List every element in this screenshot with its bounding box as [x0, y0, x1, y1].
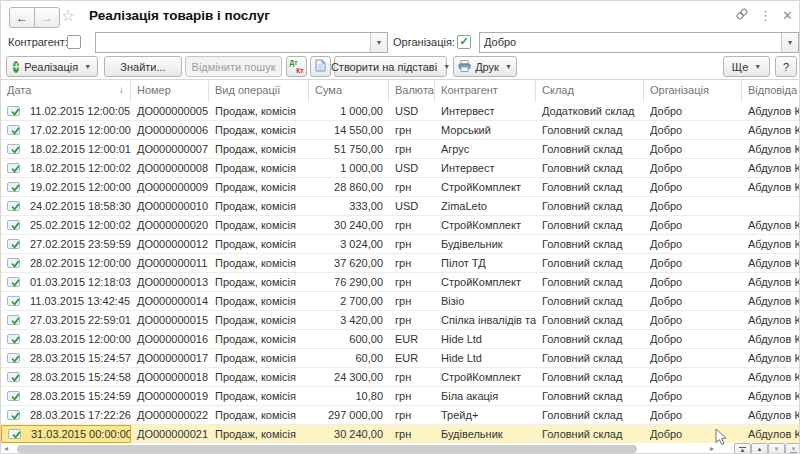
table-row[interactable]: 18.02.2015 12:00:01ДО000000007Продаж, ко… [1, 140, 800, 159]
cell-counterparty: СтройКомплект [435, 273, 536, 291]
scroll-down-button[interactable]: ▼ [768, 443, 785, 454]
cell-organization: Добро [644, 102, 742, 120]
cell-warehouse: Головний склад [536, 159, 644, 177]
cell-organization: Добро [644, 349, 742, 367]
toolbar: + Реалізація ▼ Знайти... Відмінити пошук… [1, 54, 800, 79]
go-to-top-button[interactable]: ▲ [734, 443, 751, 454]
more-actions-caret-icon[interactable]: ▼ [754, 63, 761, 70]
filter-bar: Контрагент: ▾ Організація: ✓ Добро ▾ [1, 31, 800, 54]
window-menu-icon[interactable]: ⋮ [759, 9, 772, 23]
organization-filter-value[interactable]: Добро [480, 33, 781, 52]
favorite-star-icon[interactable]: ☆ [61, 6, 75, 25]
organization-filter-label: Організація: [393, 36, 455, 48]
cell-operation: Продаж, комісія [209, 254, 309, 272]
column-header-operation[interactable]: Вид операції [209, 80, 309, 102]
link-icon[interactable] [735, 7, 749, 25]
cell-warehouse: Головний склад [536, 197, 644, 215]
table-row[interactable]: 31.03.2015 00:00:00ДО000000021Продаж, ко… [1, 425, 800, 443]
title-bar: ← → ☆ Реалізація товарів і послуг ⋮ ✕ [1, 1, 800, 31]
cell-warehouse: Головний склад [536, 368, 644, 386]
cell-operation: Продаж, комісія [209, 159, 309, 177]
back-button[interactable]: ← [9, 7, 35, 28]
column-header-counterparty[interactable]: Контрагент [435, 80, 536, 102]
table-row[interactable]: 11.03.2015 13:42:45ДО000000014Продаж, ко… [1, 292, 800, 311]
table-row[interactable]: 17.02.2015 12:00:00ДО000000006Продаж, ко… [1, 121, 800, 140]
cell-responsible: Абдулов К [742, 292, 800, 310]
cell-currency: грн [389, 406, 435, 424]
print-button[interactable]: Друк ▼ [453, 56, 517, 77]
counterparty-filter-checkbox[interactable] [67, 35, 81, 49]
horizontal-scrollbar[interactable] [14, 445, 708, 453]
cell-sum: 1 000,00 [309, 159, 389, 177]
new-document-caret-icon[interactable]: ▼ [84, 63, 91, 70]
find-button[interactable]: Знайти... [104, 56, 182, 77]
cell-sum: 51 750,00 [309, 140, 389, 158]
dtkt-icon: Дт Кт [290, 60, 304, 74]
forward-button[interactable]: → [34, 7, 60, 28]
cell-responsible: Абдулов К [742, 178, 800, 196]
hscroll-left-arrow[interactable]: ◂ [4, 445, 8, 453]
cell-number: ДО000000015 [131, 311, 209, 329]
create-based-on-caret-icon[interactable]: ▼ [443, 63, 450, 70]
cell-sum: 1 000,00 [309, 102, 389, 120]
posted-document-icon [7, 334, 25, 345]
counterparty-filter-input[interactable]: ▾ [95, 32, 388, 53]
cell-sum: 14 550,00 [309, 121, 389, 139]
cell-warehouse: Головний склад [536, 216, 644, 234]
cancel-search-button[interactable]: Відмінити пошук [185, 56, 282, 77]
cell-sum: 76 290,00 [309, 273, 389, 291]
organization-dropdown-icon[interactable]: ▾ [781, 33, 798, 52]
table-row[interactable]: 28.03.2015 12:00:00ДО000000016Продаж, ко… [1, 330, 800, 349]
cell-responsible: Абдулов К [742, 216, 800, 234]
cell-warehouse: Головний склад [536, 121, 644, 139]
column-header-organization[interactable]: Організація [644, 80, 742, 102]
new-document-button[interactable]: + Реалізація ▼ [6, 56, 98, 77]
posted-document-icon [7, 106, 25, 117]
column-header-currency[interactable]: Валюта [389, 80, 435, 102]
column-header-sum[interactable]: Сума [309, 80, 389, 102]
more-actions-button[interactable]: Ще ▼ [723, 56, 770, 77]
cell-counterparty: СтройКомплект [435, 216, 536, 234]
organization-filter-input[interactable]: Добро ▾ [479, 32, 799, 53]
table-row[interactable]: 18.02.2015 12:00:02ДО000000008Продаж, ко… [1, 159, 800, 178]
table-row[interactable]: 01.03.2015 12:18:03ДО000000013Продаж, ко… [1, 273, 800, 292]
print-caret-icon[interactable]: ▼ [505, 63, 512, 70]
cell-currency: грн [389, 178, 435, 196]
cell-sum: 3 024,00 [309, 235, 389, 253]
table-row[interactable]: 28.03.2015 15:24:57ДО000000017Продаж, ко… [1, 349, 800, 368]
cell-warehouse: Головний склад [536, 292, 644, 310]
organization-filter-checkbox[interactable]: ✓ [457, 35, 471, 49]
counterparty-dropdown-icon[interactable]: ▾ [370, 33, 387, 52]
column-header-responsible[interactable]: Відповіда [742, 80, 800, 102]
cell-responsible: Абдулов К [742, 273, 800, 291]
table-row[interactable]: 28.03.2015 17:22:26ДО000000022Продаж, ко… [1, 406, 800, 425]
table-row[interactable]: 27.03.2015 22:59:01ДО000000015Продаж, ко… [1, 311, 800, 330]
column-header-warehouse[interactable]: Склад [536, 80, 644, 102]
cell-date: 28.03.2015 15:24:58 [1, 368, 131, 386]
close-icon[interactable]: ✕ [782, 9, 793, 23]
table-row[interactable]: 24.02.2015 18:58:30ДО000000010Продаж, ко… [1, 197, 800, 216]
column-header-number[interactable]: Номер [131, 80, 209, 102]
table-row[interactable]: 28.03.2015 15:24:58ДО000000018Продаж, ко… [1, 368, 800, 387]
cell-counterparty: Интервест [435, 159, 536, 177]
column-header-date[interactable]: Дата↓ [1, 80, 131, 102]
counterparty-filter-value[interactable] [96, 33, 370, 52]
go-to-bottom-button[interactable]: ▼ [785, 443, 800, 454]
table-row[interactable]: 11.02.2015 12:00:05ДО000000005Продаж, ко… [1, 102, 800, 121]
document-register-button[interactable] [310, 56, 331, 77]
scroll-up-button[interactable]: ▲ [751, 443, 768, 454]
create-based-on-button[interactable]: Створити на підставі ▼ [334, 56, 447, 77]
hscroll-right-arrow[interactable]: ▸ [710, 445, 714, 453]
hscroll-thumb[interactable] [17, 445, 637, 453]
cell-operation: Продаж, комісія [209, 102, 309, 120]
help-button[interactable]: ? [775, 56, 797, 77]
cell-sum: 24 300,00 [309, 368, 389, 386]
table-row[interactable]: 19.02.2015 12:00:00ДО000000009Продаж, ко… [1, 178, 800, 197]
counterparty-filter-label: Контрагент: [8, 36, 68, 48]
table-row[interactable]: 28.02.2015 12:00:00ДО000000011Продаж, ко… [1, 254, 800, 273]
table-row[interactable]: 27.02.2015 23:59:59ДО000000012Продаж, ко… [1, 235, 800, 254]
cell-operation: Продаж, комісія [209, 178, 309, 196]
show-postings-button[interactable]: Дт Кт [286, 56, 307, 77]
table-row[interactable]: 28.03.2015 15:24:59ДО000000019Продаж, ко… [1, 387, 800, 406]
table-row[interactable]: 25.02.2015 12:00:02ДО000000020Продаж, ко… [1, 216, 800, 235]
